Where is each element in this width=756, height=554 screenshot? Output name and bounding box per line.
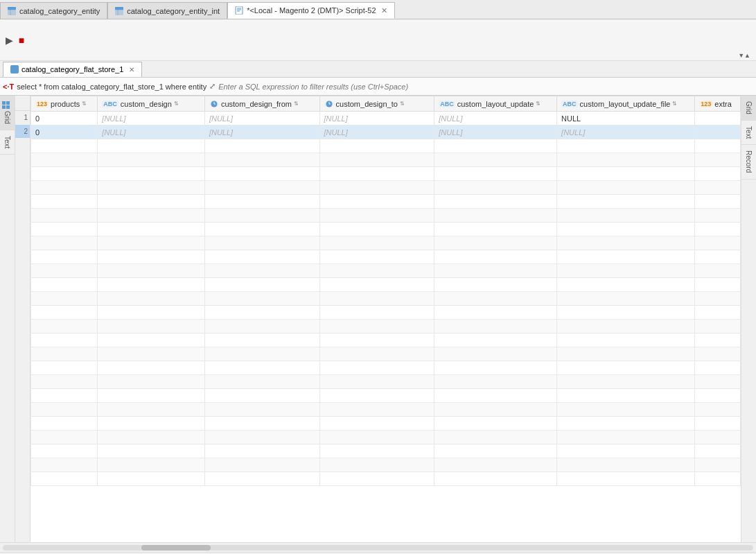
play-button[interactable]: ▶ [3,34,15,46]
table-row[interactable] [31,153,741,167]
table-row[interactable] [31,375,741,389]
table-row[interactable] [31,139,741,153]
sort-products[interactable]: ⇅ [82,101,87,107]
row-num-7 [15,194,30,208]
table-icon-2 [115,7,123,15]
cell-custom-layout-update-file-1[interactable]: NULL [557,112,695,125]
cell-custom-design-to-2[interactable]: [NULL] [319,125,434,139]
table-row[interactable] [31,236,741,250]
table-row[interactable] [31,389,741,403]
tab-catalog-category-entity[interactable]: catalog_category_entity [0,2,107,19]
table-row[interactable] [31,195,741,209]
col-name-extra: extra [714,100,731,108]
table-row[interactable]: 0 [NULL] [NULL] [NULL] [NULL] NULL [31,112,741,125]
table-row[interactable] [31,347,741,361]
sort-custom-design-from[interactable]: ⇅ [294,101,299,107]
tab-grid[interactable]: Grid [741,96,756,121]
table-row[interactable] [31,417,741,431]
col-type-custom-design: ABC [102,101,118,107]
table-row[interactable] [31,361,741,375]
tab-text[interactable]: Text [741,121,756,145]
cell-products-1[interactable]: 0 [31,112,98,125]
table-row[interactable] [31,444,741,458]
table-row[interactable] [31,306,741,320]
cell-custom-design-2[interactable]: [NULL] [98,125,205,139]
cell-custom-layout-update-1[interactable]: [NULL] [434,112,557,125]
result-tab-close[interactable]: ✕ [129,66,134,73]
col-header-products[interactable]: 123 products ⇅ [31,96,98,112]
row-num-16 [15,319,30,333]
table-row[interactable] [31,181,741,195]
sort-custom-layout-update-file[interactable]: ⇅ [672,101,677,107]
row-num-24 [15,430,30,444]
toolbar-area: ▶ ■ ▼▲ [0,19,756,61]
sql-filter-input[interactable] [218,83,753,91]
row-num-22 [15,402,30,416]
record-tab-label: Record [745,150,753,173]
cell-custom-design-to-1[interactable]: [NULL] [319,112,434,125]
table-row[interactable] [31,458,741,472]
table-row[interactable] [31,278,741,292]
cell-products-2[interactable]: 0 [31,125,98,139]
tab-label: catalog_category_entity [19,7,100,15]
tab-script-52[interactable]: *<Local - Magento 2 (DMT)> Script-52 ✕ [227,2,394,19]
expand-button[interactable]: ⤢ [209,82,216,91]
cell-extra-1[interactable] [695,112,741,125]
data-table: 123 products ⇅ ABC custom_design ⇅ [30,96,741,486]
row-num-18 [15,347,30,361]
table-row[interactable] [31,472,741,486]
main-container: Grid Text 1 2 [0,96,756,542]
bottom-scrollbar[interactable] [0,542,756,552]
table-row[interactable]: 0 [NULL] [NULL] [NULL] [NULL] [NULL] [31,125,741,139]
tab-record[interactable]: Record [741,145,756,179]
cell-extra-2[interactable] [695,125,741,139]
cell-custom-design-from-1[interactable]: [NULL] [204,112,319,125]
table-row[interactable] [31,250,741,264]
col-header-custom-design-from[interactable]: custom_design_from ⇅ [204,96,319,112]
sidebar-grid-section[interactable]: Grid [0,96,15,130]
table-row[interactable] [31,209,741,223]
cell-custom-layout-update-2[interactable]: [NULL] [434,125,557,139]
sort-custom-design[interactable]: ⇅ [174,101,179,107]
row-num-15 [15,305,30,319]
tab-label-3: *<Local - Magento 2 (DMT)> Script-52 [247,6,376,15]
tab-catalog-category-entity-int[interactable]: catalog_category_entity_int [107,2,227,19]
sort-custom-design-to[interactable]: ⇅ [400,101,405,107]
row-num-11 [15,250,30,263]
row-num-8 [15,208,30,222]
tab-close-button[interactable]: ✕ [381,6,387,15]
script-icon [235,6,243,15]
col-header-custom-design[interactable]: ABC custom_design ⇅ [98,96,205,112]
data-table-wrapper[interactable]: 123 products ⇅ ABC custom_design ⇅ [30,96,741,542]
cell-custom-design-1[interactable]: [NULL] [98,112,205,125]
table-row[interactable] [31,167,741,181]
table-header-row: 123 products ⇅ ABC custom_design ⇅ [31,96,741,112]
row-num-13 [15,277,30,291]
row-num-17 [15,333,30,347]
sort-custom-layout-update[interactable]: ⇅ [536,101,540,107]
cell-custom-layout-update-file-2[interactable]: [NULL] [557,125,695,139]
text-tab-label: Text [745,126,753,139]
stop-button[interactable]: ■ [15,34,28,46]
result-tab-flat-store[interactable]: catalog_category_flat_store_1 ✕ [3,62,142,77]
table-row[interactable] [31,292,741,306]
row-num-3 [15,139,30,153]
horizontal-scroll-thumb[interactable] [141,545,211,551]
table-row[interactable] [31,264,741,278]
table-row[interactable] [31,403,741,417]
grid-tab-label: Grid [745,101,753,114]
table-row[interactable] [31,223,741,236]
scroll-arrows[interactable]: ▼▲ [738,52,750,59]
sidebar-text-section[interactable]: Text [0,130,15,155]
col-header-extra[interactable]: 123 extra [695,96,741,112]
table-row[interactable] [31,431,741,444]
cell-custom-design-from-2[interactable]: [NULL] [204,125,319,139]
horizontal-scroll-track[interactable] [3,545,753,551]
col-header-custom-design-to[interactable]: custom_design_to ⇅ [319,96,434,112]
col-header-custom-layout-update-file[interactable]: ABC custom_layout_update_file ⇅ [557,96,695,112]
row-num-27 [15,471,30,485]
col-header-custom-layout-update[interactable]: ABC custom_layout_update ⇅ [434,96,557,112]
table-row[interactable] [31,334,741,347]
table-row[interactable] [31,320,741,334]
row-num-12 [15,263,30,277]
